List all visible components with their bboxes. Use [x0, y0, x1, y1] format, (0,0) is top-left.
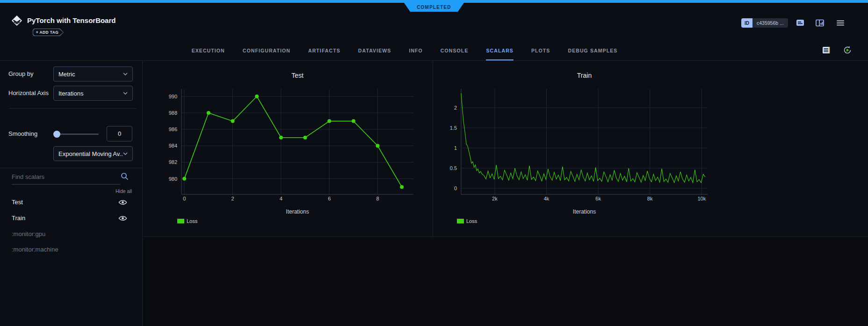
x-tick-label: 0: [183, 196, 186, 201]
x-tick-label: 2k: [492, 196, 498, 201]
data-point[interactable]: [182, 177, 186, 181]
y-tick-label: 990: [169, 94, 177, 99]
sidebar-divider: [0, 168, 142, 168]
eye-icon[interactable]: [118, 215, 127, 222]
tab-scalars[interactable]: SCALARS: [486, 40, 513, 60]
x-tick-label: 8k: [647, 196, 653, 201]
horizontal-axis-label: Horizontal Axis: [8, 89, 49, 96]
metric-row-monitor-gpu[interactable]: :monitor:gpu: [0, 229, 142, 240]
legend-swatch[interactable]: [457, 219, 464, 223]
horizontal-axis-value: Iterations: [58, 90, 123, 97]
data-point[interactable]: [327, 119, 331, 123]
charts-area: 98098298498698899002468TestIterationsLos…: [143, 61, 868, 326]
metric-row-test[interactable]: Test: [0, 197, 142, 208]
x-tick-label: 2: [231, 196, 234, 201]
chevron-down-icon: [123, 73, 128, 75]
y-tick-label: 0.5: [450, 165, 457, 171]
legend-label[interactable]: Loss: [187, 218, 198, 224]
data-point[interactable]: [400, 185, 404, 189]
data-point[interactable]: [207, 111, 210, 115]
tab-dataviews[interactable]: DATAVIEWS: [358, 40, 391, 60]
x-tick-label: 4: [280, 196, 282, 201]
x-tick-label: 6k: [595, 196, 601, 201]
menu-icon[interactable]: [835, 18, 846, 28]
group-by-label: Group by: [8, 70, 33, 77]
tab-debug-samples[interactable]: DEBUG SAMPLES: [568, 40, 617, 60]
metric-label: :monitor:gpu: [12, 230, 45, 237]
x-tick-label: 6: [328, 196, 331, 201]
chart-title: Train: [577, 72, 592, 79]
tab-console[interactable]: CONSOLE: [441, 40, 469, 60]
data-point[interactable]: [352, 119, 355, 123]
tabs-group: EXECUTION CONFIGURATION ARTIFACTS DATAVI…: [143, 40, 666, 60]
horizontal-axis-dropdown[interactable]: Iterations: [53, 86, 133, 101]
group-by-value: Metric: [58, 71, 123, 78]
metric-row-train[interactable]: Train: [0, 213, 142, 224]
smoothing-label: Smoothing: [8, 130, 37, 137]
add-tag-label: + ADD TAG: [36, 30, 61, 35]
chevron-down-icon: [123, 152, 128, 155]
data-point[interactable]: [279, 136, 283, 140]
search-icon[interactable]: [121, 172, 129, 180]
scalars-sidebar: Group by Metric Horizontal Axis Iteratio…: [0, 61, 143, 326]
y-tick-label: 2: [454, 105, 457, 111]
x-tick-label: 4k: [544, 196, 550, 201]
y-tick-label: 1.5: [450, 125, 457, 131]
legend-label[interactable]: Loss: [466, 218, 477, 224]
id-chip-label: ID: [741, 18, 752, 28]
tab-artifacts[interactable]: ARTIFACTS: [308, 40, 340, 60]
x-tick-label: 10k: [697, 196, 706, 201]
eye-icon[interactable]: [118, 199, 127, 206]
tab-configuration[interactable]: CONFIGURATION: [243, 40, 290, 60]
id-chip[interactable]: ID c435956b ...: [741, 18, 788, 28]
tab-bar: EXECUTION CONFIGURATION ARTIFACTS DATAVI…: [0, 40, 868, 61]
smoothing-slider[interactable]: [54, 133, 99, 135]
status-text: COMPLETED: [417, 5, 451, 10]
table-view-icon[interactable]: [822, 45, 831, 55]
metric-row-monitor-machine[interactable]: :monitor:machine: [0, 244, 142, 256]
metric-label: :monitor:machine: [12, 246, 58, 253]
group-by-dropdown[interactable]: Metric: [53, 67, 133, 82]
data-point[interactable]: [304, 136, 307, 140]
tab-info[interactable]: INFO: [409, 40, 422, 60]
train-chart[interactable]: 00.511.522k4k6k8k10kTrainIterationsLoss: [433, 61, 868, 237]
data-point[interactable]: [376, 144, 380, 148]
chevron-down-icon: [123, 92, 128, 95]
smoothing-value-input[interactable]: [107, 126, 132, 141]
tab-execution[interactable]: EXECUTION: [192, 40, 225, 60]
comments-icon[interactable]: [795, 18, 805, 28]
y-tick-label: 0: [454, 185, 457, 191]
data-point[interactable]: [255, 95, 259, 98]
search-input[interactable]: [12, 171, 120, 185]
y-tick-label: 986: [169, 126, 177, 132]
y-tick-label: 982: [169, 159, 177, 165]
metric-label: Test: [12, 199, 23, 206]
legend-swatch[interactable]: [177, 219, 184, 223]
x-axis-label: Iterations: [286, 208, 309, 215]
sidebar-divider: [8, 108, 137, 109]
smoothing-type-value: Exponential Moving Av...: [58, 150, 123, 157]
x-tick-label: 8: [376, 196, 379, 201]
metric-label: Train: [12, 215, 25, 222]
hide-all-button[interactable]: Hide all: [116, 188, 132, 194]
test-chart[interactable]: 98098298498698899002468TestIterationsLos…: [143, 61, 433, 237]
status-ribbon: COMPLETED: [404, 3, 464, 12]
app-window: COMPLETED PyTorch with TensorBoard + ADD…: [0, 0, 868, 326]
experiment-title: PyTorch with TensorBoard: [27, 16, 116, 24]
data-point[interactable]: [231, 119, 235, 123]
empty-area: [143, 237, 868, 326]
id-chip-value: c435956b ...: [752, 18, 788, 28]
refresh-icon[interactable]: [843, 45, 852, 55]
add-tag-button[interactable]: + ADD TAG: [33, 29, 64, 36]
y-tick-label: 984: [169, 143, 177, 148]
y-tick-label: 980: [169, 176, 177, 182]
top-accent-bar: [0, 0, 868, 3]
chart-title: Test: [291, 72, 304, 79]
app-logo-icon: [11, 15, 22, 26]
loss-line: [461, 93, 705, 183]
details-panel-icon[interactable]: [815, 18, 825, 28]
slider-thumb[interactable]: [53, 131, 60, 138]
tab-plots[interactable]: PLOTS: [531, 40, 550, 60]
smoothing-type-dropdown[interactable]: Exponential Moving Av...: [53, 146, 133, 161]
y-tick-label: 1: [454, 145, 457, 151]
